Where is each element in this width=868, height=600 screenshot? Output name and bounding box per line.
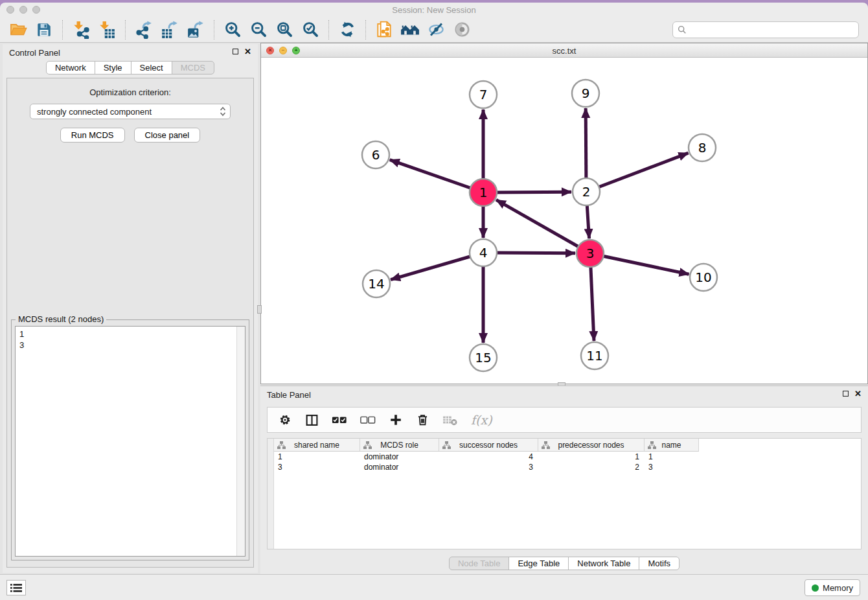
table-cell[interactable]: dominator xyxy=(360,452,439,462)
graph-node-label: 2 xyxy=(582,184,591,200)
open-session-button[interactable] xyxy=(5,19,31,41)
memory-button[interactable]: Memory xyxy=(805,579,860,596)
graph-node-7[interactable]: 7 xyxy=(470,81,497,108)
search-input[interactable] xyxy=(690,25,854,34)
show-all-button[interactable] xyxy=(449,19,475,41)
graph-node-label: 9 xyxy=(582,86,590,101)
table-row[interactable]: 1dominator411 xyxy=(274,452,861,462)
graph-node-9[interactable]: 9 xyxy=(572,80,599,107)
search-field[interactable] xyxy=(672,21,859,38)
network-canvas[interactable]: 7968124314101511 xyxy=(261,58,867,384)
function-builder-button[interactable]: f(x) xyxy=(471,413,492,427)
column-header-successor-nodes[interactable]: successor nodes xyxy=(439,439,538,452)
column-header-MCDS-role[interactable]: MCDS role xyxy=(360,439,439,452)
graph-node-6[interactable]: 6 xyxy=(362,141,389,168)
close-table-panel-icon[interactable]: ✕ xyxy=(854,390,862,397)
graph-edge-2-8[interactable] xyxy=(586,153,688,192)
export-table-icon xyxy=(161,21,179,39)
export-table-button[interactable] xyxy=(157,19,183,41)
table-cell[interactable]: 3 xyxy=(645,462,699,472)
list-icon xyxy=(10,583,22,593)
graph-node-15[interactable]: 15 xyxy=(470,344,497,371)
zoom-in-button[interactable] xyxy=(220,19,246,41)
graph-node-label: 14 xyxy=(368,276,384,292)
split-panel-icon xyxy=(305,413,319,427)
graph-node-8[interactable]: 8 xyxy=(689,134,716,161)
column-header-shared-name[interactable]: shared name xyxy=(274,439,360,452)
graph-node-4[interactable]: 4 xyxy=(470,239,497,266)
table-cell[interactable]: 4 xyxy=(439,452,538,462)
table-cell[interactable]: dominator xyxy=(360,462,439,472)
export-network-button[interactable] xyxy=(131,19,157,41)
graph-node-10[interactable]: 10 xyxy=(690,264,717,291)
network-frame-titlebar[interactable]: ✕ − + scc.txt xyxy=(261,43,867,58)
graph-edge-1-6[interactable] xyxy=(390,160,483,192)
table-cell[interactable]: 1 xyxy=(645,452,699,462)
first-neighbors-button[interactable] xyxy=(397,19,423,41)
tab-motifs[interactable]: Motifs xyxy=(639,557,680,570)
refresh-icon xyxy=(339,21,356,38)
table-row[interactable]: 3dominator323 xyxy=(274,462,861,472)
table-cell[interactable]: 2 xyxy=(538,462,645,472)
column-header-predecessor-nodes[interactable]: predecessor nodes xyxy=(538,439,645,452)
tab-network-table[interactable]: Network Table xyxy=(568,557,639,570)
tab-edge-table[interactable]: Edge Table xyxy=(508,557,569,570)
import-network-button[interactable] xyxy=(68,19,94,41)
save-session-button[interactable] xyxy=(31,19,57,41)
export-image-button[interactable] xyxy=(183,19,209,41)
table-cell[interactable]: 3 xyxy=(439,462,538,472)
zoom-out-button[interactable] xyxy=(246,19,271,41)
optimization-label: Optimization criterion: xyxy=(7,87,253,97)
delete-table-button[interactable] xyxy=(442,413,458,426)
add-column-button[interactable] xyxy=(389,413,403,427)
table-cell[interactable]: 3 xyxy=(274,462,360,472)
zoom-fit-button[interactable] xyxy=(271,19,297,41)
graph-node-3[interactable]: 3 xyxy=(577,240,604,267)
float-panel-icon[interactable] xyxy=(233,49,238,54)
criterion-select[interactable]: strongly connected component xyxy=(30,104,231,119)
import-table-button[interactable] xyxy=(94,19,120,41)
node-table[interactable]: shared nameMCDS rolesuccessor nodesprede… xyxy=(267,438,862,549)
graph-edge-3-10[interactable] xyxy=(590,253,689,274)
row-gutter xyxy=(268,439,274,549)
vertical-splitter-handle[interactable] xyxy=(257,305,262,314)
result-scrollbar[interactable] xyxy=(236,327,245,556)
graph-node-14[interactable]: 14 xyxy=(363,270,390,297)
close-panel-button[interactable]: Close panel xyxy=(134,128,201,143)
apply-layout-button[interactable] xyxy=(334,19,360,41)
tab-network[interactable]: Network xyxy=(46,61,95,75)
graph-node-label: 8 xyxy=(698,140,707,156)
graph-node-2[interactable]: 2 xyxy=(573,178,600,205)
checked-boxes-icon xyxy=(332,415,347,424)
table-tabs: Node TableEdge TableNetwork TableMotifs xyxy=(260,557,868,570)
table-panel-title: Table Panel xyxy=(267,390,311,400)
select-all-columns-button[interactable] xyxy=(332,415,347,424)
graph-edge-4-14[interactable] xyxy=(391,253,483,280)
tab-node-table[interactable]: Node Table xyxy=(449,557,510,570)
graph-node-11[interactable]: 11 xyxy=(581,342,608,369)
tab-style[interactable]: Style xyxy=(95,61,131,75)
graph-edge-3-1[interactable] xyxy=(496,200,590,253)
network-frame: ✕ − + scc.txt 7968124314101511 xyxy=(260,43,868,384)
split-panel-button[interactable] xyxy=(305,413,319,427)
graph-node-label: 1 xyxy=(479,185,488,200)
toolbar-separator xyxy=(62,20,63,40)
table-cell[interactable]: 1 xyxy=(274,452,360,462)
column-header-name[interactable]: name xyxy=(645,439,699,452)
run-mcds-button[interactable]: Run MCDS xyxy=(60,128,125,143)
close-panel-icon[interactable]: ✕ xyxy=(244,48,251,55)
column-settings-button[interactable] xyxy=(278,413,292,427)
deselect-all-columns-button[interactable] xyxy=(360,415,376,424)
tab-mcds[interactable]: MCDS xyxy=(172,61,214,75)
task-history-button[interactable] xyxy=(6,580,26,595)
graph-node-1[interactable]: 1 xyxy=(470,179,497,206)
table-cell[interactable]: 1 xyxy=(538,452,645,462)
tab-select[interactable]: Select xyxy=(131,61,172,75)
hide-selected-button[interactable] xyxy=(423,19,449,41)
zoom-selected-button[interactable] xyxy=(297,19,323,41)
float-table-panel-icon[interactable] xyxy=(843,391,849,397)
graph-node-label: 7 xyxy=(479,87,488,102)
mcds-result-area[interactable]: 1 3 xyxy=(15,326,246,557)
delete-column-button[interactable] xyxy=(416,413,429,427)
copy-network-button[interactable] xyxy=(371,19,397,41)
